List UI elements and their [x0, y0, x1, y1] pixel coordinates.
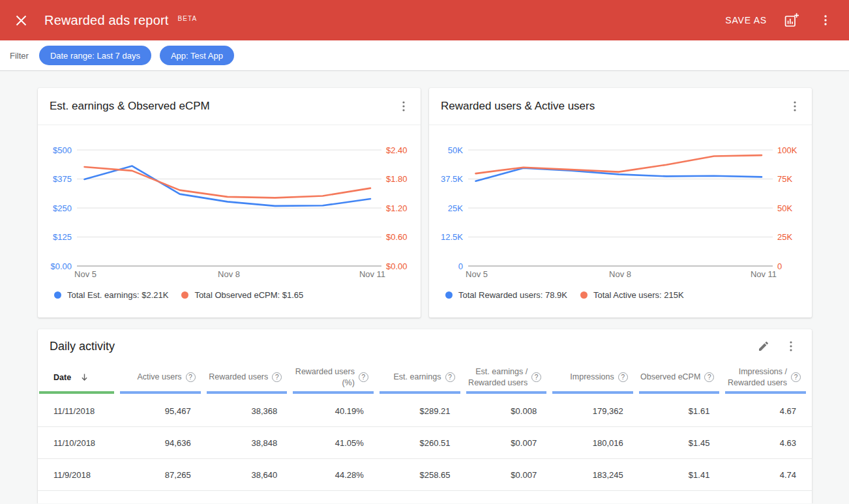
help-icon[interactable]: ? [445, 372, 455, 382]
left-axis-tick: $0.00 [50, 261, 72, 271]
sort-desc-icon [80, 372, 89, 382]
help-icon[interactable]: ? [186, 372, 196, 382]
cell: 38,640 [207, 470, 293, 480]
left-axis-tick: $500 [53, 145, 72, 155]
card-est-earnings-ecpm: Est. earnings & Observed eCPM $500$2.40$… [38, 88, 421, 318]
add-to-dashboard-button[interactable] [782, 11, 801, 29]
cell-date: 11/10/2018 [38, 438, 120, 448]
cell: 4.74 [725, 470, 812, 480]
card-menu-button[interactable] [395, 97, 413, 115]
left-axis-tick: $125 [53, 232, 72, 242]
line-chart-earnings-ecpm[interactable]: $500$2.40$375$1.80$250$1.20$125$0.60$0.0… [38, 125, 421, 282]
edit-table-button[interactable] [754, 337, 773, 355]
cell: 4.63 [725, 438, 812, 448]
column-header-est-earnings[interactable]: Est. earnings? [380, 372, 466, 382]
x-axis-tick: Nov 11 [359, 269, 385, 279]
card-title: Est. earnings & Observed eCPM [50, 100, 210, 113]
close-icon [16, 15, 27, 26]
column-label: Impressions [570, 372, 614, 382]
column-header-active-users[interactable]: Active users? [120, 372, 207, 382]
cell: $1.45 [639, 438, 726, 448]
app-bar: Rewarded ads report BETA SAVE AS [0, 0, 849, 40]
column-header-est-earnings-rewarded-users[interactable]: Est. earnings /Rewarded users? [466, 366, 553, 388]
cell-date: 11/11/2018 [38, 406, 120, 416]
filter-label: Filter [10, 51, 29, 61]
help-icon[interactable]: ? [531, 372, 541, 382]
close-button[interactable] [12, 11, 30, 29]
help-icon[interactable]: ? [704, 372, 714, 382]
column-label: Observed eCPM [640, 372, 700, 382]
column-underline [639, 391, 720, 394]
card-menu-button[interactable] [786, 97, 804, 115]
column-underline [207, 391, 288, 394]
column-header-impressions[interactable]: Impressions? [552, 372, 639, 382]
help-icon[interactable]: ? [359, 372, 368, 382]
filter-chip-date-range[interactable]: Date range: Last 7 days [39, 46, 151, 65]
save-as-button[interactable]: SAVE AS [725, 15, 767, 25]
column-underline [380, 391, 460, 394]
column-header-rewarded-users[interactable]: Rewarded users? [207, 372, 293, 382]
legend-dot-orange [580, 291, 588, 299]
page-title: Rewarded ads report [44, 13, 169, 28]
left-axis-tick: $250 [53, 203, 72, 213]
right-axis-tick: $0.00 [386, 261, 408, 271]
cell: $0.008 [466, 406, 553, 416]
cell: 183,245 [552, 470, 639, 480]
right-axis-tick: $1.80 [386, 174, 408, 184]
card-daily-activity: Daily activity DateActive users?Rewarded… [38, 329, 812, 503]
x-axis-tick: Nov 8 [609, 269, 631, 279]
left-axis-tick: 25K [448, 203, 463, 213]
cell: $289.21 [380, 406, 466, 416]
table-row: 11/9/201887,26538,64044.28%$258.65$0.007… [38, 459, 812, 491]
card-title: Rewarded users & Active users [441, 100, 595, 113]
series-est-earnings [85, 166, 371, 206]
filter-bar: Filter Date range: Last 7 days App: Test… [0, 40, 849, 71]
right-axis-tick: 75K [777, 174, 792, 184]
help-icon[interactable]: ? [272, 372, 282, 382]
column-header-observed-ecpm[interactable]: Observed eCPM? [639, 372, 726, 382]
right-axis-tick: 0 [777, 261, 782, 271]
filter-chip-app[interactable]: App: Test App [160, 46, 234, 65]
right-axis-tick: 50K [777, 203, 792, 213]
column-underlines [38, 391, 812, 394]
kebab-icon [820, 14, 831, 26]
table-row: 11/10/201894,63638,84841.05%$260.51$0.00… [38, 427, 812, 459]
card-header: Est. earnings & Observed eCPM [38, 88, 421, 125]
cell: 38,848 [207, 438, 293, 448]
column-underline [466, 391, 547, 394]
series-observed-ecpm [85, 167, 371, 198]
column-header-date[interactable]: Date [38, 372, 120, 382]
column-header-rewarded-users[interactable]: Rewarded users(%)? [293, 366, 380, 388]
table-row: 11/11/201895,46738,36840.19%$289.21$0.00… [38, 395, 812, 427]
card-menu-button[interactable] [782, 337, 800, 355]
help-icon[interactable]: ? [791, 372, 801, 382]
cell: 95,467 [120, 406, 207, 416]
cell: $0.007 [466, 470, 553, 480]
column-underline [120, 391, 201, 394]
right-axis-tick: $1.20 [386, 203, 408, 213]
legend-label: Total Observed eCPM: $1.65 [194, 290, 303, 300]
column-header-impressions-rewarded-users[interactable]: Impressions /Rewarded users? [725, 366, 812, 388]
cell: 41.05% [293, 438, 380, 448]
overflow-menu-button[interactable] [816, 11, 835, 29]
x-axis-tick: Nov 11 [751, 269, 777, 279]
column-underline [552, 391, 633, 394]
table-header-row: DateActive users?Rewarded users?Rewarded… [38, 363, 812, 391]
right-axis-tick: $0.60 [386, 232, 408, 242]
line-chart-users[interactable]: 50K100K37.5K75K25K50K12.5K25K00Nov 5Nov … [429, 125, 812, 282]
cell: $258.65 [380, 470, 466, 480]
cell: 44.28% [293, 470, 380, 480]
left-axis-tick: 12.5K [441, 232, 463, 242]
right-axis-tick: 25K [777, 232, 792, 242]
help-icon[interactable]: ? [618, 372, 628, 382]
column-label: Est. earnings [394, 372, 441, 382]
card-header: Rewarded users & Active users [429, 88, 812, 125]
right-axis-tick: $2.40 [386, 145, 408, 155]
beta-badge: BETA [178, 15, 198, 22]
column-underline [725, 391, 806, 394]
legend-item: Total Observed eCPM: $1.65 [181, 290, 303, 300]
legend-dot-orange [181, 291, 188, 299]
column-label: Rewarded users [209, 372, 268, 382]
cell: 4.67 [725, 406, 812, 416]
card-title: Daily activity [50, 340, 115, 353]
